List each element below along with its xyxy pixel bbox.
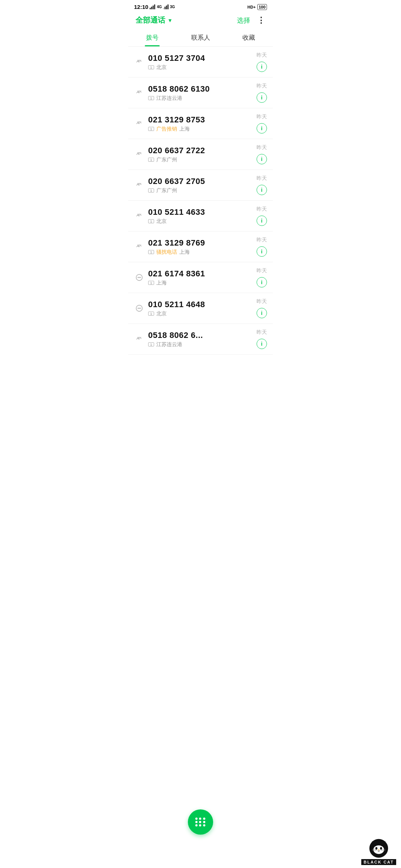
call-location: 广东广州: [156, 157, 177, 163]
call-number: 0518 8062 6...: [148, 331, 253, 340]
missed-call-icon: [134, 241, 144, 252]
call-info-button[interactable]: i: [257, 92, 267, 103]
call-number: 021 3129 8769: [148, 238, 253, 248]
call-info-button[interactable]: i: [257, 216, 267, 226]
missed-call-icon: [134, 211, 144, 221]
call-location: 江苏连云港: [156, 341, 182, 348]
call-info-button[interactable]: i: [257, 154, 267, 164]
call-list-item[interactable]: 020 6637 27051广东广州昨天i: [128, 170, 273, 201]
call-location: 上海: [179, 249, 190, 256]
call-number: 020 6637 2722: [148, 146, 253, 155]
call-detail: 1广东广州: [148, 187, 253, 194]
call-number: 020 6637 2705: [148, 177, 253, 186]
call-detail: 1北京: [148, 218, 253, 225]
call-list-item[interactable]: 021 3129 87531广告推销上海昨天i: [128, 108, 273, 139]
call-info-button[interactable]: i: [257, 62, 267, 72]
svg-rect-6: [166, 6, 167, 9]
tab-bar: 拨号 联系人 收藏: [128, 29, 273, 47]
call-info-button[interactable]: i: [257, 277, 267, 287]
signal-4g-icon: [150, 4, 156, 9]
svg-rect-1: [151, 7, 152, 9]
sim-icon: 1: [148, 188, 154, 193]
call-info: 010 5127 37041北京: [148, 53, 253, 71]
tab-dial[interactable]: 拨号: [128, 29, 176, 46]
sim-icon: 1: [148, 158, 154, 162]
missed-call-icon: [134, 57, 144, 67]
call-info-button[interactable]: i: [257, 246, 267, 257]
call-location: 广东广州: [156, 187, 177, 194]
tab-favorites[interactable]: 收藏: [225, 29, 273, 46]
call-number: 010 5211 4633: [148, 207, 253, 217]
call-location: 上海: [156, 280, 167, 286]
call-meta: 昨天i: [257, 329, 267, 349]
call-meta: 昨天i: [257, 175, 267, 195]
call-number: 021 6174 8361: [148, 269, 253, 279]
call-location: 北京: [156, 310, 167, 317]
call-list-item[interactable]: 021 3129 87691骚扰电话上海昨天i: [128, 231, 273, 262]
call-info: 021 3129 87691骚扰电话上海: [148, 238, 253, 256]
call-list-item[interactable]: 010 5211 46331北京昨天i: [128, 201, 273, 231]
blocked-icon: [134, 303, 144, 313]
svg-rect-0: [150, 8, 151, 9]
call-info: 020 6637 27221广东广州: [148, 146, 253, 163]
status-bar: 12:10 4G 3G HD+ 100: [128, 0, 273, 12]
call-info: 0518 8062 6...1江苏连云港: [148, 331, 253, 348]
spam-tag: 广告推销: [156, 126, 177, 132]
call-time: 昨天: [257, 52, 267, 59]
call-meta: 昨天i: [257, 237, 267, 257]
missed-call-icon: [134, 180, 144, 190]
svg-rect-3: [154, 4, 155, 9]
missed-call-icon: [134, 88, 144, 98]
call-info: 020 6637 27051广东广州: [148, 177, 253, 194]
call-list-item[interactable]: 020 6637 27221广东广州昨天i: [128, 139, 273, 170]
call-meta: 昨天i: [257, 144, 267, 164]
call-list-item[interactable]: 0518 8062 61301江苏连云港昨天i: [128, 78, 273, 108]
call-info-button[interactable]: i: [257, 308, 267, 318]
chevron-down-icon: ▼: [167, 17, 173, 23]
call-number: 021 3129 8753: [148, 115, 253, 125]
tab-contacts[interactable]: 联系人: [176, 29, 225, 46]
missed-call-icon: [134, 149, 144, 160]
call-info: 010 5211 46481北京: [148, 300, 253, 317]
status-icons: 4G 3G: [150, 4, 175, 9]
call-time: 昨天: [257, 175, 267, 182]
svg-rect-4: [163, 8, 164, 9]
call-info: 0518 8062 61301江苏连云港: [148, 84, 253, 102]
select-button[interactable]: 选择: [237, 16, 250, 25]
call-detail: 1江苏连云港: [148, 341, 253, 348]
call-number: 0518 8062 6130: [148, 84, 253, 94]
signal-3g-icon: [163, 4, 169, 9]
status-time: 12:10: [134, 4, 148, 10]
sim-icon: 1: [148, 281, 154, 285]
call-detail: 1广告推销上海: [148, 126, 253, 132]
call-detail: 1上海: [148, 280, 253, 286]
sim-icon: 1: [148, 342, 154, 346]
call-info-button[interactable]: i: [257, 339, 267, 349]
header: 全部通话 ▼ 选择 ⋮: [128, 12, 273, 29]
call-meta: 昨天i: [257, 52, 267, 72]
call-meta: 昨天i: [257, 206, 267, 226]
missed-call-icon: [134, 118, 144, 129]
call-meta: 昨天i: [257, 298, 267, 318]
header-title-area[interactable]: 全部通话 ▼: [136, 15, 173, 25]
call-time: 昨天: [257, 237, 267, 243]
call-list-item[interactable]: 010 5211 46481北京昨天i: [128, 293, 273, 324]
call-list: 010 5127 37041北京昨天i 0518 8062 61301江苏连云港…: [128, 47, 273, 392]
call-meta: 昨天i: [257, 114, 267, 134]
blocked-icon: [134, 272, 144, 283]
status-right: HD+ 100: [247, 4, 267, 10]
more-options-button[interactable]: ⋮: [257, 16, 265, 25]
call-info: 021 6174 83611上海: [148, 269, 253, 286]
call-time: 昨天: [257, 83, 267, 89]
call-detail: 1江苏连云港: [148, 95, 253, 102]
hd-icon: HD+: [247, 5, 255, 9]
call-info-button[interactable]: i: [257, 123, 267, 134]
call-info-button[interactable]: i: [257, 185, 267, 195]
call-list-item[interactable]: 010 5127 37041北京昨天i: [128, 47, 273, 78]
call-time: 昨天: [257, 298, 267, 305]
call-time: 昨天: [257, 206, 267, 213]
call-list-item[interactable]: 021 6174 83611上海昨天i: [128, 262, 273, 293]
call-location: 北京: [156, 64, 167, 71]
call-list-item[interactable]: 0518 8062 6...1江苏连云港昨天i: [128, 324, 273, 355]
status-left: 12:10 4G 3G: [134, 4, 175, 10]
